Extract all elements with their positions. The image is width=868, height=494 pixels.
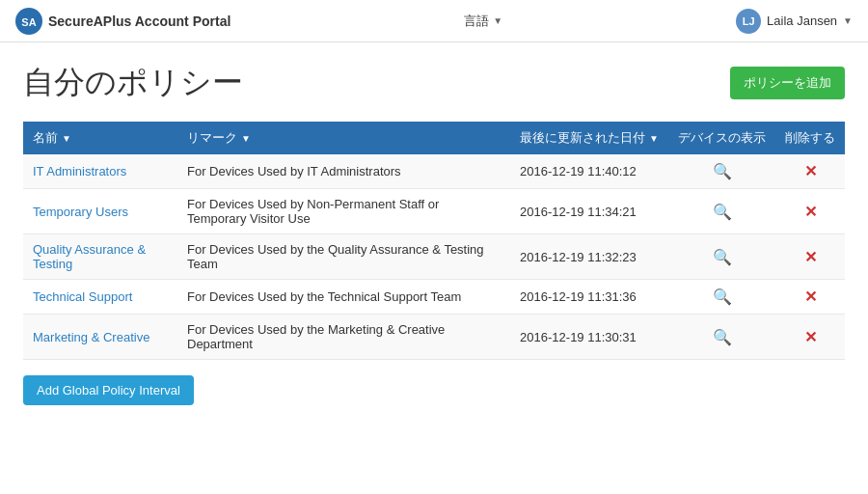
page-header: 自分のポリシー ポリシーを追加: [23, 62, 845, 104]
policy-delete-cell: ✕: [775, 280, 845, 315]
table-row: Technical SupportFor Devices Used by the…: [23, 280, 845, 315]
policy-delete-cell: ✕: [775, 189, 845, 234]
policy-remark: For Devices Used by the Technical Suppor…: [177, 280, 510, 315]
col-header-delete: 削除する: [775, 122, 845, 154]
delete-policy-icon[interactable]: ✕: [804, 249, 817, 265]
view-devices-icon[interactable]: 🔍: [713, 329, 732, 345]
policy-delete-cell: ✕: [775, 154, 845, 189]
policy-last-updated: 2016-12-19 11:40:12: [510, 154, 668, 189]
app-header: SA SecureAPlus Account Portal 言語 ▼ LJ La…: [0, 0, 868, 42]
policy-name-link[interactable]: Quality Assurance & Testing: [33, 242, 146, 271]
delete-policy-icon[interactable]: ✕: [804, 204, 817, 220]
date-sort-icon: ▼: [649, 133, 659, 144]
policy-view-devices-cell: 🔍: [668, 315, 775, 360]
page-content: 自分のポリシー ポリシーを追加 名前 ▼ リマーク ▼: [0, 42, 868, 425]
col-header-last-updated[interactable]: 最後に更新された日付 ▼: [510, 122, 668, 154]
add-global-policy-interval-button[interactable]: Add Global Policy Interval: [23, 375, 194, 405]
delete-policy-icon[interactable]: ✕: [804, 329, 817, 345]
view-devices-icon[interactable]: 🔍: [713, 163, 732, 179]
svg-text:SA: SA: [21, 16, 36, 28]
policy-name-link[interactable]: Marketing & Creative: [33, 330, 149, 344]
policy-last-updated: 2016-12-19 11:32:23: [510, 234, 668, 280]
remark-sort-icon: ▼: [241, 133, 251, 144]
policy-remark: For Devices Used by IT Administrators: [177, 154, 510, 189]
policy-remark: For Devices Used by Non-Permanent Staff …: [177, 189, 510, 234]
policy-view-devices-cell: 🔍: [668, 234, 775, 280]
policy-name-link[interactable]: IT Administrators: [33, 164, 126, 178]
brand-name: SecureAPlus Account Portal: [48, 14, 231, 29]
policy-view-devices-cell: 🔍: [668, 189, 775, 234]
view-devices-icon[interactable]: 🔍: [713, 288, 732, 305]
table-body: IT AdministratorsFor Devices Used by IT …: [23, 154, 845, 360]
table-row: Quality Assurance & TestingFor Devices U…: [23, 234, 845, 280]
delete-policy-icon[interactable]: ✕: [804, 163, 817, 179]
add-policy-button[interactable]: ポリシーを追加: [730, 67, 845, 99]
table-header-row: 名前 ▼ リマーク ▼ 最後に更新された日付 ▼: [23, 122, 845, 154]
table-header: 名前 ▼ リマーク ▼ 最後に更新された日付 ▼: [23, 122, 845, 154]
policy-view-devices-cell: 🔍: [668, 154, 775, 189]
policy-last-updated: 2016-12-19 11:30:31: [510, 315, 668, 360]
col-header-name[interactable]: 名前 ▼: [23, 122, 177, 154]
logo: SA SecureAPlus Account Portal: [15, 8, 231, 35]
name-sort-icon: ▼: [62, 133, 71, 144]
table-row: IT AdministratorsFor Devices Used by IT …: [23, 154, 845, 189]
policy-view-devices-cell: 🔍: [668, 280, 775, 315]
view-devices-icon[interactable]: 🔍: [713, 204, 732, 220]
language-selector[interactable]: 言語 ▼: [464, 13, 502, 30]
user-menu-caret-icon: ▼: [843, 15, 853, 26]
policy-delete-cell: ✕: [775, 315, 845, 360]
page-title: 自分のポリシー: [23, 62, 243, 104]
col-header-remark[interactable]: リマーク ▼: [177, 122, 510, 154]
policy-last-updated: 2016-12-19 11:31:36: [510, 280, 668, 315]
policy-remark: For Devices Used by the Marketing & Crea…: [177, 315, 510, 360]
avatar-initials: LJ: [743, 15, 755, 27]
language-label: 言語: [464, 13, 489, 30]
policy-remark: For Devices Used by the Quality Assuranc…: [177, 234, 510, 280]
policy-name-link[interactable]: Technical Support: [33, 289, 132, 304]
delete-policy-icon[interactable]: ✕: [804, 288, 817, 305]
view-devices-icon[interactable]: 🔍: [713, 249, 732, 265]
policy-table: 名前 ▼ リマーク ▼ 最後に更新された日付 ▼: [23, 122, 845, 360]
policy-name-link[interactable]: Temporary Users: [33, 205, 128, 219]
table-row: Marketing & CreativeFor Devices Used by …: [23, 315, 845, 360]
user-name: Laila Jansen: [767, 14, 837, 28]
avatar: LJ: [736, 9, 761, 34]
app-logo-icon: SA: [15, 8, 42, 35]
policy-delete-cell: ✕: [775, 234, 845, 280]
user-menu[interactable]: LJ Laila Jansen ▼: [736, 9, 853, 34]
col-header-devices: デバイスの表示: [668, 122, 775, 154]
policy-last-updated: 2016-12-19 11:34:21: [510, 189, 668, 234]
table-row: Temporary UsersFor Devices Used by Non-P…: [23, 189, 845, 234]
language-caret-icon: ▼: [493, 15, 502, 26]
